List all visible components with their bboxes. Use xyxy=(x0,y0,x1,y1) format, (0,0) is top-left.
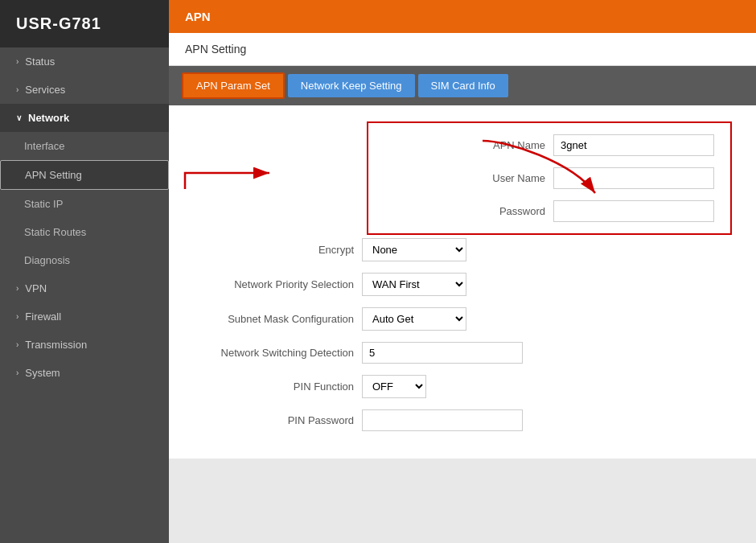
network-priority-label: Network Priority Selection xyxy=(193,278,354,290)
encrypt-select[interactable]: None PAP CHAP PAP/CHAP xyxy=(362,238,466,261)
subnet-mask-row: Subnet Mask Configuration Auto Get Manua… xyxy=(193,307,732,331)
sidebar-item-interface[interactable]: Interface xyxy=(0,132,169,160)
sidebar-item-label: Services xyxy=(25,84,65,96)
sidebar-item-label: Interface xyxy=(24,140,65,152)
subnet-mask-select[interactable]: Auto Get Manual xyxy=(362,307,466,331)
password-label: Password xyxy=(384,205,545,217)
tab-apn-param-set[interactable]: APN Param Set xyxy=(182,72,285,99)
sidebar-item-diagnosis[interactable]: Diagnosis xyxy=(0,246,169,274)
sidebar: USR-G781 › Status › Services ∨ Network I… xyxy=(0,0,169,543)
user-name-label: User Name xyxy=(384,172,545,184)
encrypt-label: Encrypt xyxy=(193,244,354,256)
apn-name-row: APN Name xyxy=(384,134,714,156)
arrow-to-tab xyxy=(169,68,177,103)
chevron-right-icon: › xyxy=(16,85,18,94)
network-switching-label: Network Switching Detection xyxy=(193,347,354,359)
sidebar-item-apn-setting[interactable]: APN Setting xyxy=(0,160,169,190)
chevron-right-icon: › xyxy=(16,368,18,377)
sidebar-item-system[interactable]: › System xyxy=(0,359,169,387)
sidebar-item-label: APN Setting xyxy=(25,169,82,181)
sidebar-item-static-ip[interactable]: Static IP xyxy=(0,190,169,218)
sidebar-item-transmission[interactable]: › Transmission xyxy=(0,331,169,359)
chevron-right-icon: › xyxy=(16,57,18,66)
pin-password-row: PIN Password xyxy=(193,409,732,431)
sidebar-item-services[interactable]: › Services xyxy=(0,76,169,104)
user-name-row: User Name xyxy=(384,167,714,189)
sidebar-item-label: Diagnosis xyxy=(24,254,70,266)
sidebar-item-label: System xyxy=(25,367,60,379)
chevron-right-icon: › xyxy=(16,340,18,349)
sidebar-item-vpn[interactable]: › VPN xyxy=(0,274,169,302)
encrypt-row: Encrypt None PAP CHAP PAP/CHAP xyxy=(193,238,732,261)
sidebar-item-label: Status xyxy=(25,56,55,68)
pin-function-row: PIN Function OFF ON xyxy=(193,375,732,398)
sidebar-item-firewall[interactable]: › Firewall xyxy=(0,302,169,331)
chevron-right-icon: › xyxy=(16,284,18,293)
sidebar-item-label: Static IP xyxy=(24,198,63,210)
pin-function-label: PIN Function xyxy=(193,381,354,393)
chevron-down-icon: ∨ xyxy=(16,113,22,122)
network-switching-input[interactable] xyxy=(362,342,523,364)
page-subtitle: APN Setting xyxy=(169,33,756,66)
sidebar-item-label: VPN xyxy=(25,282,47,294)
sidebar-item-static-routes[interactable]: Static Routes xyxy=(0,218,169,246)
tab-network-keep-setting[interactable]: Network Keep Setting xyxy=(288,74,415,97)
user-name-input[interactable] xyxy=(553,167,714,189)
sidebar-item-label: Static Routes xyxy=(24,226,86,238)
sidebar-item-label: Firewall xyxy=(25,311,61,323)
tab-bar: APN Param Set Network Keep Setting SIM C… xyxy=(169,66,756,105)
highlighted-fields-box: APN Name User Name Password xyxy=(367,121,732,235)
pin-password-label: PIN Password xyxy=(193,414,354,426)
app-logo: USR-G781 xyxy=(0,0,169,47)
apn-name-label: APN Name xyxy=(384,139,545,151)
page-header: APN xyxy=(169,0,756,33)
chevron-right-icon: › xyxy=(16,312,18,321)
tab-sim-card-info[interactable]: SIM Card Info xyxy=(418,74,508,97)
apn-name-input[interactable] xyxy=(553,134,714,156)
pin-password-input[interactable] xyxy=(362,409,523,431)
sidebar-item-network[interactable]: ∨ Network xyxy=(0,104,169,132)
password-row: Password xyxy=(384,200,714,222)
subnet-mask-label: Subnet Mask Configuration xyxy=(193,313,354,325)
network-priority-select[interactable]: WAN First LTE First Auto xyxy=(362,273,466,296)
sidebar-item-label: Network xyxy=(28,112,69,124)
sidebar-item-label: Transmission xyxy=(25,339,87,351)
form-area: APN Name User Name Password Encrypt xyxy=(169,105,756,459)
pin-function-select[interactable]: OFF ON xyxy=(362,375,426,398)
password-input[interactable] xyxy=(553,200,714,222)
sidebar-item-status[interactable]: › Status xyxy=(0,47,169,76)
network-priority-row: Network Priority Selection WAN First LTE… xyxy=(193,273,732,296)
main-content: APN APN Setting APN Param Set Network Ke… xyxy=(169,0,756,543)
network-switching-row: Network Switching Detection xyxy=(193,342,732,364)
